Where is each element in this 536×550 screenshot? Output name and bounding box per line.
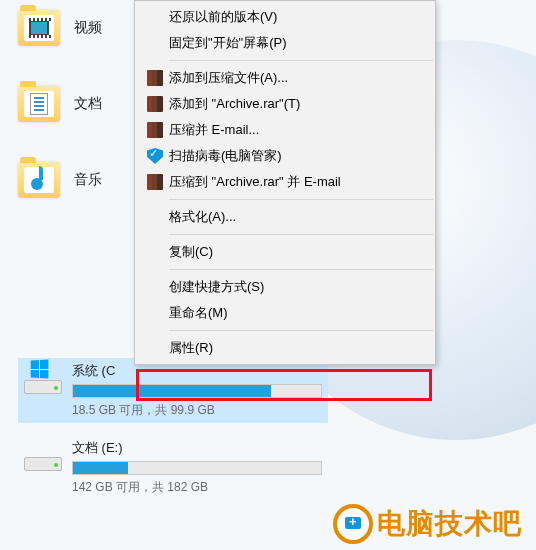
drive-usage-bar (72, 384, 322, 398)
books-icon (147, 96, 163, 112)
menu-item-add-to-archive[interactable]: 添加到压缩文件(A)... (137, 65, 433, 91)
books-icon (147, 70, 163, 86)
menu-item-format[interactable]: 格式化(A)... (137, 204, 433, 230)
menu-item-label: 创建快捷方式(S) (169, 278, 425, 296)
video-icon (29, 20, 49, 36)
menu-item-label: 属性(R) (169, 339, 425, 357)
drive-icon (24, 439, 62, 471)
watermark: 电脑技术吧 (333, 504, 522, 544)
drive-icon (24, 362, 62, 394)
folder-icon (18, 10, 60, 46)
menu-separator (169, 269, 433, 270)
context-menu: 还原以前的版本(V)固定到"开始"屏幕(P)添加到压缩文件(A)...添加到 "… (134, 0, 436, 365)
menu-separator (169, 330, 433, 331)
drive-subtext: 142 GB 可用，共 182 GB (72, 479, 322, 496)
library-item-documents[interactable]: 文档 (18, 86, 138, 122)
document-icon (30, 93, 48, 115)
books-icon (147, 174, 163, 190)
menu-item-label: 压缩并 E-mail... (169, 121, 425, 139)
menu-item-rename[interactable]: 重命名(M) (137, 300, 433, 326)
brand-logo-icon (333, 504, 373, 544)
drive-item-system[interactable]: 系统 (C 18.5 GB 可用，共 99.9 GB (18, 358, 328, 423)
menu-item-label: 复制(C) (169, 243, 425, 261)
menu-item-scan-virus[interactable]: 扫描病毒(电脑管家) (137, 143, 433, 169)
library-label: 视频 (74, 19, 102, 37)
drive-item-docs[interactable]: 文档 (E:) 142 GB 可用，共 182 GB (18, 435, 328, 500)
menu-item-label: 添加到压缩文件(A)... (169, 69, 425, 87)
library-label: 文档 (74, 95, 102, 113)
folder-icon (18, 86, 60, 122)
drive-title: 文档 (E:) (72, 439, 322, 457)
menu-item-add-to-rar[interactable]: 添加到 "Archive.rar"(T) (137, 91, 433, 117)
menu-item-copy[interactable]: 复制(C) (137, 239, 433, 265)
library-list: 视频 文档 音乐 (18, 10, 138, 238)
menu-separator (169, 60, 433, 61)
library-label: 音乐 (74, 171, 102, 189)
menu-item-label: 重命名(M) (169, 304, 425, 322)
menu-item-compress-email[interactable]: 压缩并 E-mail... (137, 117, 433, 143)
menu-item-properties[interactable]: 属性(R) (137, 335, 433, 361)
library-item-videos[interactable]: 视频 (18, 10, 138, 46)
books-icon (147, 122, 163, 138)
menu-item-pin-start[interactable]: 固定到"开始"屏幕(P) (137, 30, 433, 56)
menu-item-label: 固定到"开始"屏幕(P) (169, 34, 425, 52)
menu-separator (169, 234, 433, 235)
brand-text: 电脑技术吧 (377, 505, 522, 543)
drive-subtext: 18.5 GB 可用，共 99.9 GB (72, 402, 322, 419)
shield-icon (147, 148, 163, 164)
drive-usage-bar (72, 461, 322, 475)
menu-item-label: 压缩到 "Archive.rar" 并 E-mail (169, 173, 425, 191)
folder-icon (18, 162, 60, 198)
menu-item-label: 扫描病毒(电脑管家) (169, 147, 425, 165)
menu-separator (169, 199, 433, 200)
menu-item-label: 格式化(A)... (169, 208, 425, 226)
menu-item-label: 还原以前的版本(V) (169, 8, 425, 26)
menu-item-label: 添加到 "Archive.rar"(T) (169, 95, 425, 113)
menu-item-create-shortcut[interactable]: 创建快捷方式(S) (137, 274, 433, 300)
drive-list: 系统 (C 18.5 GB 可用，共 99.9 GB 文档 (E:) 142 G… (18, 358, 328, 512)
menu-item-restore-prev[interactable]: 还原以前的版本(V) (137, 4, 433, 30)
library-item-music[interactable]: 音乐 (18, 162, 138, 198)
menu-item-rar-and-email[interactable]: 压缩到 "Archive.rar" 并 E-mail (137, 169, 433, 195)
music-icon (31, 170, 47, 190)
windows-logo-icon (31, 359, 49, 378)
